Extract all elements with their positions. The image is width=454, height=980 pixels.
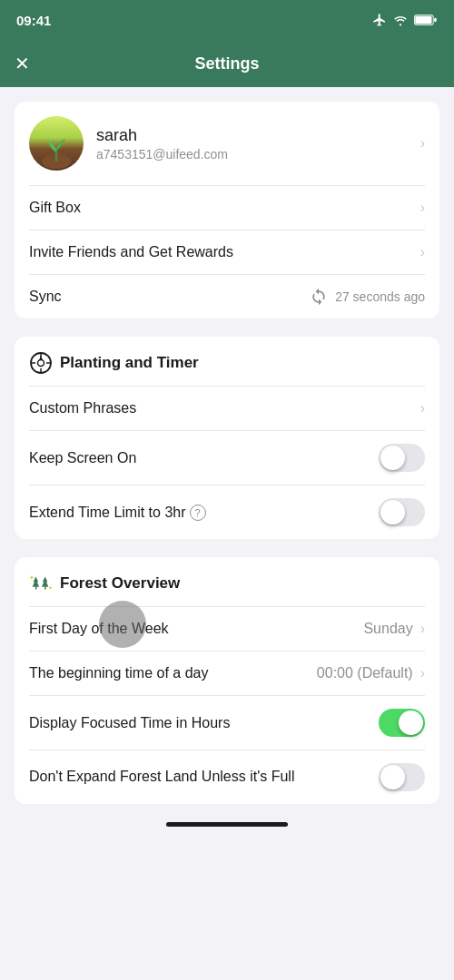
svg-rect-2 [415, 16, 431, 24]
custom-phrases-chevron-icon: › [420, 400, 425, 416]
battery-icon [414, 14, 438, 26]
extend-time-limit-label: Extend Time Limit to 3hr [29, 505, 186, 521]
extend-time-limit-row[interactable]: Extend Time Limit to 3hr ? [15, 485, 439, 539]
keep-screen-on-toggle-thumb [380, 446, 405, 470]
invite-friends-label: Invite Friends and Get Rewards [29, 244, 233, 260]
beginning-time-chevron-icon: › [420, 665, 425, 681]
svg-rect-3 [434, 18, 437, 22]
extend-time-label-group: Extend Time Limit to 3hr ? [29, 505, 206, 521]
avatar [29, 116, 84, 171]
svg-point-7 [38, 360, 44, 367]
sync-time-label: 27 seconds ago [335, 289, 425, 304]
airplane-icon [372, 13, 387, 27]
planting-section-header: Planting and Timer [15, 337, 439, 386]
profile-info: sarah a7453151@uifeed.com [96, 126, 408, 162]
first-day-right: Sunday › [363, 621, 425, 637]
svg-rect-16 [44, 587, 45, 590]
first-day-row[interactable]: First Day of the Week Sunday › [15, 607, 439, 651]
display-focused-time-label: Display Focused Time in Hours [29, 715, 230, 731]
display-focused-time-toggle-thumb [399, 710, 423, 735]
forest-overview-card: ✦ ✦ Forest Overview First Day of the Wee… [15, 557, 439, 804]
profile-name: sarah [96, 126, 408, 145]
gift-box-row[interactable]: Gift Box › [15, 186, 439, 230]
beginning-time-value: 00:00 (Default) [317, 665, 413, 681]
custom-phrases-label: Custom Phrases [29, 400, 136, 416]
beginning-time-label: The beginning time of a day [29, 665, 208, 681]
extend-time-toggle-thumb [380, 500, 405, 524]
close-button[interactable]: ✕ [15, 54, 30, 73]
svg-text:✦: ✦ [48, 585, 53, 591]
display-focused-time-row[interactable]: Display Focused Time in Hours [15, 696, 439, 750]
sync-row[interactable]: Sync 27 seconds ago [15, 275, 439, 318]
plant-avatar-icon [36, 131, 76, 171]
extend-time-toggle[interactable] [379, 498, 425, 526]
status-icons [372, 13, 438, 27]
invite-friends-chevron-icon: › [420, 244, 425, 260]
custom-phrases-row[interactable]: Custom Phrases › [15, 387, 439, 430]
forest-section-title: Forest Overview [60, 574, 180, 593]
svg-rect-15 [35, 587, 36, 590]
profile-card: sarah a7453151@uifeed.com › Gift Box › I… [15, 102, 439, 318]
display-focused-time-toggle[interactable] [379, 709, 425, 737]
svg-marker-12 [39, 356, 43, 360]
first-day-chevron-icon: › [420, 621, 425, 637]
profile-chevron-icon: › [420, 135, 425, 152]
svg-text:✦: ✦ [29, 574, 35, 581]
home-indicator [166, 822, 288, 827]
sync-icon [310, 288, 328, 306]
sync-right: 27 seconds ago [310, 288, 425, 306]
beginning-time-right: 00:00 (Default) › [317, 665, 425, 681]
svg-marker-14 [42, 577, 48, 587]
status-time: 09:41 [16, 13, 51, 28]
status-bar: 09:41 [0, 0, 454, 40]
planting-timer-card: Planting and Timer Custom Phrases › Keep… [15, 337, 439, 539]
planting-section-icon [29, 351, 53, 375]
keep-screen-on-row[interactable]: Keep Screen On [15, 431, 439, 485]
gift-box-label: Gift Box [29, 200, 81, 216]
profile-email: a7453151@uifeed.com [96, 147, 408, 162]
beginning-time-row[interactable]: The beginning time of a day 00:00 (Defau… [15, 652, 439, 695]
forest-section-icon: ✦ ✦ [29, 572, 53, 595]
first-day-label: First Day of the Week [29, 621, 169, 637]
gift-box-chevron-icon: › [420, 200, 425, 216]
dont-expand-row[interactable]: Don't Expand Forest Land Unless it's Ful… [15, 750, 439, 804]
dont-expand-label: Don't Expand Forest Land Unless it's Ful… [29, 768, 294, 787]
dont-expand-toggle-thumb [380, 765, 405, 789]
page-title: Settings [194, 54, 259, 74]
planting-section-title: Planting and Timer [60, 354, 199, 372]
keep-screen-on-label: Keep Screen On [29, 450, 136, 466]
forest-section-header: ✦ ✦ Forest Overview [15, 557, 439, 606]
profile-row[interactable]: sarah a7453151@uifeed.com › [15, 102, 439, 185]
wifi-icon [392, 14, 409, 26]
nav-bar: ✕ Settings [0, 40, 454, 87]
help-icon[interactable]: ? [190, 505, 206, 521]
dont-expand-toggle[interactable] [379, 763, 425, 791]
invite-friends-row[interactable]: Invite Friends and Get Rewards › [15, 230, 439, 274]
first-day-value: Sunday [363, 621, 412, 637]
keep-screen-on-toggle[interactable] [379, 444, 425, 472]
sync-label: Sync [29, 289, 62, 305]
